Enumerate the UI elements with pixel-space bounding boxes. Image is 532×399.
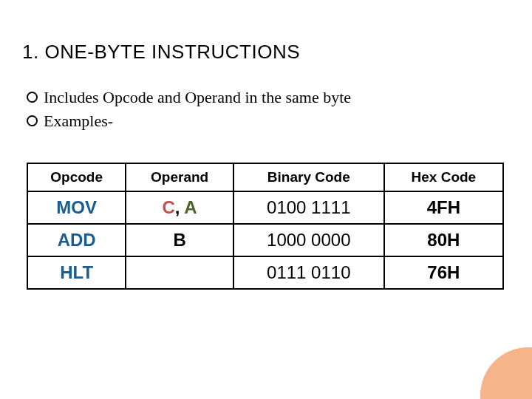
bullet-icon xyxy=(27,92,38,103)
hex-prefix: 76 xyxy=(427,262,447,282)
cell-operand: B xyxy=(126,224,233,256)
cell-binary: 0100 1111 xyxy=(233,191,384,224)
cell-hex: 80H xyxy=(384,224,503,256)
bullet-icon xyxy=(27,115,38,126)
bullet-text: Includes Opcode and Operand in the same … xyxy=(44,86,351,109)
table-row: MOV C, A 0100 1111 4FH xyxy=(27,191,503,224)
table-header-row: Opcode Operand Binary Code Hex Code xyxy=(27,163,503,191)
hex-prefix: 4F xyxy=(427,197,448,217)
cell-opcode: ADD xyxy=(27,224,126,256)
table-row: ADD B 1000 0000 80H xyxy=(27,224,503,256)
col-operand: Operand xyxy=(126,163,233,191)
hex-h: H xyxy=(448,197,460,217)
opcode-text: HLT xyxy=(60,262,93,282)
slide: 1. ONE-BYTE INSTRUCTIONS Includes Opcode… xyxy=(0,0,532,399)
operand-sep: , xyxy=(175,197,184,217)
opcode-text: ADD xyxy=(58,230,96,250)
instruction-table: Opcode Operand Binary Code Hex Code MOV … xyxy=(27,163,504,290)
col-hex: Hex Code xyxy=(384,163,503,191)
col-opcode: Opcode xyxy=(27,163,126,191)
cell-opcode: MOV xyxy=(27,191,126,224)
cell-binary: 1000 0000 xyxy=(233,224,384,256)
operand-c: C xyxy=(163,197,175,217)
cell-opcode: HLT xyxy=(27,256,126,289)
cell-operand: C, A xyxy=(126,191,233,224)
hex-h: H xyxy=(447,262,460,282)
bullet-item: Includes Opcode and Operand in the same … xyxy=(27,86,510,109)
bullet-item: Examples- xyxy=(27,109,510,133)
cell-hex: 4FH xyxy=(384,191,503,224)
cell-hex: 76H xyxy=(384,256,503,289)
cell-binary: 0111 0110 xyxy=(233,256,384,289)
col-binary: Binary Code xyxy=(233,163,384,191)
operand-b: B xyxy=(173,230,185,250)
table-row: HLT 0111 0110 76H xyxy=(27,256,503,289)
opcode-text: MOV xyxy=(56,197,97,217)
corner-decoration xyxy=(473,340,532,399)
hex-prefix: 80 xyxy=(427,230,447,250)
operand-a: A xyxy=(184,197,197,217)
slide-title: 1. ONE-BYTE INSTRUCTIONS xyxy=(22,41,510,64)
bullet-text: Examples- xyxy=(44,109,113,133)
bullet-list: Includes Opcode and Operand in the same … xyxy=(27,86,510,133)
hex-h: H xyxy=(447,230,460,250)
corner-circle-icon xyxy=(480,347,532,399)
cell-operand xyxy=(126,256,233,289)
